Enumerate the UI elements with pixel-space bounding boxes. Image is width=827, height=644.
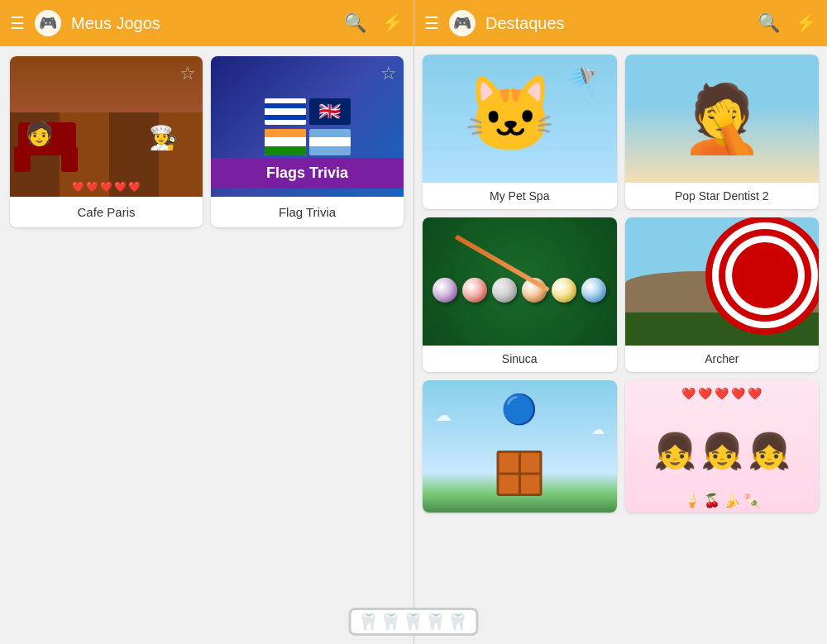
archer-image [625,217,820,346]
game-card-sinuca[interactable]: Sinuca [423,217,617,372]
left-search-icon[interactable]: 🔍 [344,12,366,34]
right-menu-icon[interactable]: ☰ [424,13,439,33]
right-header-title: Destaques [485,14,743,33]
right-games-grid: 🐱 🚿 My Pet Spa 🤦 🦷🦷🦷🦷🦷 Po [414,46,827,644]
archer-label: Archer [625,346,820,372]
menu-icon[interactable]: ☰ [10,13,25,33]
right-panel: ☰ 🎮 Destaques 🔍 ⚡ 🐱 🚿 [414,0,827,644]
right-search-icon[interactable]: 🔍 [758,12,780,34]
svg-text:🎮: 🎮 [39,14,58,32]
game-card-cafe-paris[interactable]: 🧑 👩‍🍳 ❤️ ❤️ ❤️ ❤️ ❤️ ☆ Cafe Paris [10,56,203,227]
pop-star-dentist-image: 🤦 🦷🦷🦷🦷🦷 [625,55,820,183]
left-header: ☰ 🎮 Meus Jogos 🔍 ⚡ [0,0,414,46]
game-card-flag-trivia[interactable]: Flags Trivia ☆ Flag Trivia [211,56,404,227]
right-bolt-icon[interactable]: ⚡ [795,12,817,34]
sinuca-image [423,217,617,346]
my-pet-spa-image: 🐱 🚿 [423,55,617,183]
left-panel: ☰ 🎮 Meus Jogos 🔍 ⚡ 🧑 👩‍🍳 [0,0,414,644]
flag-trivia-label: Flag Trivia [211,197,404,227]
game-card-pop-star-dentist[interactable]: 🤦 🦷🦷🦷🦷🦷 Pop Star Dentist 2 [625,55,820,209]
right-app-logo: 🎮 [447,8,477,38]
app-logo: 🎮 [33,8,63,38]
left-bolt-icon[interactable]: ⚡ [381,12,404,34]
flags-trivia-text: Flags Trivia [211,158,404,188]
svg-text:🎮: 🎮 [453,14,472,32]
cafe-paris-label: Cafe Paris [10,197,203,227]
game-card-archer[interactable]: Archer [625,217,820,372]
game-card-girls[interactable]: ❤️❤️❤️❤️❤️ 👧 👧 👧 🍦🍒🍌🍡 [625,380,820,513]
game-card-platform[interactable]: 🔵 ☁ ☁ [423,380,617,513]
flag-trivia-star-icon[interactable]: ☆ [380,63,397,84]
my-pet-spa-label: My Pet Spa [423,183,617,209]
sinuca-label: Sinuca [423,346,617,372]
pop-star-dentist-label: Pop Star Dentist 2 [625,183,820,209]
cafe-paris-star-icon[interactable]: ☆ [179,63,196,84]
right-header: ☰ 🎮 Destaques 🔍 ⚡ [414,0,827,46]
game-card-my-pet-spa[interactable]: 🐱 🚿 My Pet Spa [423,55,617,209]
left-header-title: Meus Jogos [71,14,329,33]
cafe-paris-image: 🧑 👩‍🍳 ❤️ ❤️ ❤️ ❤️ ❤️ ☆ [10,56,203,197]
flag-trivia-image: Flags Trivia ☆ [211,56,404,197]
left-games-grid: 🧑 👩‍🍳 ❤️ ❤️ ❤️ ❤️ ❤️ ☆ Cafe Paris [0,46,414,644]
